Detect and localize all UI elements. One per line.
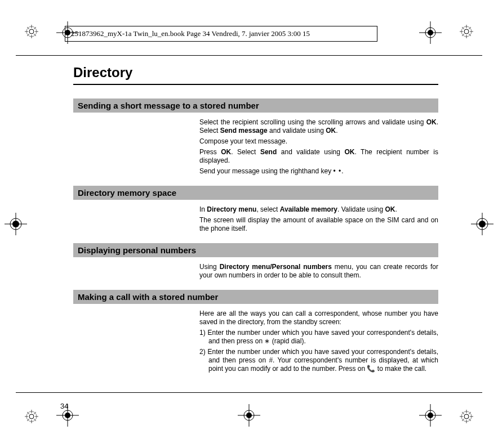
svg-line-17 — [469, 34, 471, 36]
svg-line-36 — [462, 412, 464, 414]
section-heading-personal-numbers: Displaying personal numbers — [73, 243, 438, 257]
list-item: 1) Enter the number under which you have… — [199, 329, 438, 346]
svg-line-38 — [462, 419, 464, 421]
section-body-send-message: Select the recipient scrolling using the… — [199, 118, 438, 176]
registration-mark-icon — [460, 25, 473, 38]
body-text: Using Directory menu/Personal numbers me… — [199, 263, 438, 280]
registration-mark-icon — [25, 25, 38, 38]
section-body-making-call: Here are all the ways you can call a cor… — [199, 310, 438, 373]
svg-line-7 — [34, 34, 36, 36]
svg-point-0 — [29, 29, 34, 34]
section-heading-memory-space: Directory memory space — [73, 186, 438, 200]
title-rule — [73, 84, 438, 85]
svg-point-62 — [428, 413, 433, 418]
list-item: 2) Enter the number under which you have… — [199, 348, 438, 373]
registration-mark-icon — [25, 410, 38, 423]
svg-line-26 — [27, 412, 29, 414]
svg-line-29 — [34, 412, 36, 414]
svg-point-10 — [464, 29, 469, 34]
svg-line-37 — [469, 419, 471, 421]
svg-line-27 — [34, 419, 36, 421]
svg-line-8 — [27, 34, 29, 36]
section-body-personal-numbers: Using Directory menu/Personal numbers me… — [199, 263, 438, 280]
body-text: Here are all the ways you can call a cor… — [199, 310, 438, 326]
svg-line-6 — [27, 27, 29, 29]
svg-point-42 — [12, 221, 19, 227]
crop-mark-icon — [238, 404, 260, 427]
page-title: Directory — [73, 65, 438, 80]
page-number: 34 — [60, 402, 68, 410]
registration-mark-icon — [460, 410, 473, 423]
body-text: Compose your text message. — [199, 137, 438, 146]
body-text: Select the recipient scrolling using the… — [199, 118, 438, 135]
document-filepath: 251873962_myX-1a Twin_lu_en.book Page 34… — [71, 29, 310, 38]
body-text: Send your message using the righthand ke… — [199, 167, 438, 176]
crop-mark-icon — [5, 213, 27, 235]
svg-line-39 — [469, 412, 471, 414]
frame-line-top — [16, 55, 482, 56]
crop-mark-icon — [471, 213, 493, 235]
crop-mark-icon — [419, 21, 442, 44]
svg-line-16 — [462, 27, 464, 29]
svg-line-9 — [34, 27, 36, 29]
svg-point-58 — [65, 413, 70, 418]
body-text: Press OK. Select Send and validate using… — [199, 148, 438, 165]
svg-point-30 — [464, 414, 469, 419]
svg-point-54 — [428, 30, 433, 35]
page-content: Directory Sending a short message to a s… — [73, 65, 438, 383]
svg-point-20 — [29, 414, 34, 419]
section-body-memory-space: In Directory menu, select Available memo… — [199, 205, 438, 233]
crop-mark-icon — [419, 404, 442, 427]
svg-line-18 — [462, 34, 464, 36]
body-text: The screen will display the amount of av… — [199, 216, 438, 233]
numbered-list: 1) Enter the number under which you have… — [199, 329, 438, 373]
svg-line-19 — [469, 27, 471, 29]
document-header: 251873962_myX-1a Twin_lu_en.book Page 34… — [65, 26, 377, 42]
svg-line-28 — [27, 419, 29, 421]
body-text: In Directory menu, select Available memo… — [199, 205, 438, 214]
section-heading-send-message: Sending a short message to a stored numb… — [73, 98, 438, 113]
section-heading-making-call: Making a call with a stored number — [73, 290, 438, 304]
righthand-key-icon: • • — [333, 167, 341, 175]
svg-point-66 — [246, 413, 252, 418]
frame-line-bottom — [16, 392, 482, 393]
svg-point-46 — [479, 221, 486, 227]
